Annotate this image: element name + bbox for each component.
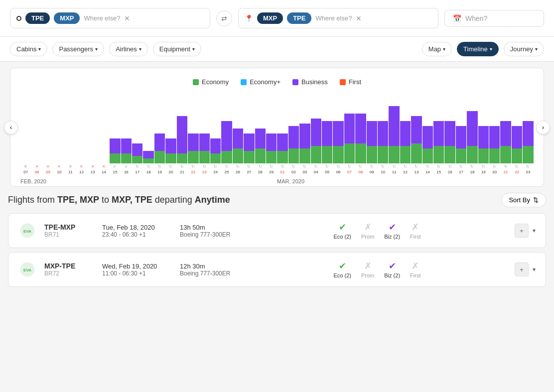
add-flight-button-1[interactable]: +: [515, 262, 529, 276]
chart-icon-10[interactable]: ↻: [132, 164, 142, 169]
chart-icon-14[interactable]: ↻: [177, 164, 187, 169]
bar-group-25[interactable]: [299, 124, 310, 163]
origin-tag-1[interactable]: TPE: [25, 12, 50, 24]
dest-search-box[interactable]: 📍 MXP TPE Where else? ✕: [238, 8, 438, 28]
bar-group-28[interactable]: [333, 121, 343, 163]
timeline-view-button[interactable]: Timeline ▾: [457, 42, 499, 56]
chart-icon-33[interactable]: ↻: [389, 164, 399, 169]
bar-group-22[interactable]: [266, 133, 277, 163]
chart-icon-30[interactable]: ↻: [355, 164, 366, 169]
swap-button[interactable]: ⇄: [216, 10, 232, 26]
cabins-filter[interactable]: Cabins ▾: [10, 42, 47, 56]
bar-group-14[interactable]: [177, 116, 187, 163]
add-flight-button-0[interactable]: +: [515, 224, 529, 238]
map-view-button[interactable]: Map ▾: [422, 42, 452, 56]
chart-icon-41[interactable]: ↻: [478, 164, 489, 169]
chart-icon-9[interactable]: ✓: [121, 164, 132, 169]
chart-icon-43[interactable]: ↻: [500, 164, 511, 169]
chart-icon-8[interactable]: ✓: [110, 164, 120, 169]
bar-group-16[interactable]: [199, 133, 210, 163]
chart-icon-3[interactable]: ✕: [54, 164, 64, 169]
airlines-filter[interactable]: Airlines ▾: [109, 42, 148, 56]
chart-icon-4[interactable]: ✕: [65, 164, 76, 169]
chart-next-button[interactable]: ›: [536, 121, 550, 134]
dest-clear-icon[interactable]: ✕: [356, 14, 362, 22]
bar-group-39[interactable]: [456, 126, 466, 163]
chart-icon-45[interactable]: ↻: [523, 164, 533, 169]
equipment-filter[interactable]: Equipment ▾: [153, 42, 201, 56]
dest-tag-2[interactable]: TPE: [287, 12, 311, 24]
chart-icon-27[interactable]: ↻: [322, 164, 332, 169]
chart-icon-32[interactable]: ↻: [378, 164, 388, 169]
bar-group-24[interactable]: [288, 126, 299, 163]
chart-icon-40[interactable]: ↻: [467, 164, 477, 169]
bar-group-40[interactable]: [467, 111, 477, 163]
date-search-box[interactable]: 📅 When?: [444, 10, 544, 27]
bar-group-35[interactable]: [411, 116, 421, 163]
bar-group-32[interactable]: [378, 121, 388, 163]
chart-icon-7[interactable]: ✕: [99, 164, 109, 169]
chart-icon-12[interactable]: ↻: [154, 164, 165, 169]
bar-group-33[interactable]: [389, 106, 399, 163]
chart-icon-28[interactable]: ↻: [333, 164, 343, 169]
journey-view-button[interactable]: Journey ▾: [504, 42, 544, 56]
chart-icon-39[interactable]: ↻: [456, 164, 466, 169]
bar-group-11[interactable]: [143, 151, 153, 163]
passengers-filter[interactable]: Passengers ▾: [52, 42, 104, 56]
bar-group-15[interactable]: [188, 133, 198, 163]
bar-group-38[interactable]: [444, 121, 455, 163]
bar-group-30[interactable]: [355, 114, 366, 163]
origin-clear-icon[interactable]: ✕: [124, 14, 130, 22]
bar-group-36[interactable]: [422, 126, 433, 163]
chart-icon-2[interactable]: ✕: [43, 164, 53, 169]
bar-group-43[interactable]: [500, 121, 511, 163]
bar-group-20[interactable]: [244, 133, 254, 163]
chart-icon-15[interactable]: ↻: [188, 164, 198, 169]
chart-icon-13[interactable]: ↻: [165, 164, 176, 169]
chart-icon-35[interactable]: ↻: [411, 164, 421, 169]
chart-icon-26[interactable]: ↻: [311, 164, 321, 169]
chart-icon-0[interactable]: ✕: [20, 164, 31, 169]
chart-icon-24[interactable]: ↻: [288, 164, 299, 169]
bar-group-34[interactable]: [400, 121, 411, 163]
chart-icon-18[interactable]: ↻: [221, 164, 232, 169]
bar-group-37[interactable]: [433, 121, 444, 163]
bar-group-10[interactable]: [132, 143, 142, 163]
expand-flight-button-1[interactable]: ▾: [533, 266, 536, 273]
chart-icon-5[interactable]: ✕: [76, 164, 87, 169]
chart-icon-25[interactable]: ↻: [299, 164, 310, 169]
chart-icon-37[interactable]: ↻: [433, 164, 444, 169]
bar-group-26[interactable]: [311, 119, 321, 163]
chart-icon-44[interactable]: ↻: [512, 164, 522, 169]
bar-group-42[interactable]: [489, 126, 500, 163]
expand-flight-button-0[interactable]: ▾: [533, 227, 536, 234]
chart-icon-1[interactable]: ✕: [31, 164, 42, 169]
chart-icon-29[interactable]: ↻: [344, 164, 355, 169]
chart-icon-16[interactable]: ↻: [199, 164, 210, 169]
chart-icon-34[interactable]: ↻: [400, 164, 411, 169]
bar-group-8[interactable]: [110, 138, 120, 163]
bar-group-9[interactable]: [121, 138, 132, 163]
bar-group-19[interactable]: [233, 129, 243, 163]
origin-search-box[interactable]: TPE MXP Where else? ✕: [10, 8, 210, 28]
bar-group-17[interactable]: [210, 138, 221, 163]
chart-icon-17[interactable]: ↻: [210, 164, 221, 169]
bar-group-21[interactable]: [255, 129, 266, 163]
bar-group-23[interactable]: [277, 133, 287, 163]
chart-icon-36[interactable]: ↻: [422, 164, 433, 169]
chart-icon-42[interactable]: ↻: [489, 164, 500, 169]
bar-group-44[interactable]: [512, 126, 522, 163]
chart-icon-38[interactable]: ↻: [444, 164, 455, 169]
chart-icon-22[interactable]: ↻: [266, 164, 277, 169]
chart-prev-button[interactable]: ‹: [4, 121, 18, 134]
chart-icon-6[interactable]: ✕: [87, 164, 98, 169]
sort-by-button[interactable]: Sort By ⇅: [501, 193, 546, 207]
chart-icon-20[interactable]: ↻: [244, 164, 254, 169]
bar-group-31[interactable]: [367, 121, 377, 163]
bar-group-41[interactable]: [478, 126, 489, 163]
bar-group-12[interactable]: [154, 133, 165, 163]
chart-icon-11[interactable]: ↻: [143, 164, 153, 169]
bar-group-29[interactable]: [344, 114, 355, 163]
chart-icon-19[interactable]: ↻: [233, 164, 243, 169]
chart-icon-23[interactable]: ↻: [277, 164, 287, 169]
